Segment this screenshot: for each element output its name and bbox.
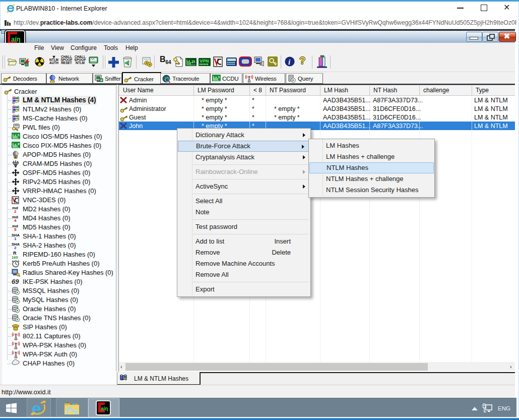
svg-text:aíη: aíη [11,35,21,43]
svg-text:69: 69 [12,278,19,285]
svg-text:aiη: aiη [101,406,108,411]
svg-text:VPN: VPN [200,58,209,64]
svg-text:P: P [18,143,20,146]
svg-text:2: 2 [14,246,17,250]
svg-text:160: 160 [12,255,18,259]
svg-text:Zl: Zl [191,59,195,64]
svg-text:4: 4 [14,218,17,222]
svg-text:2: 2 [14,209,17,213]
svg-text:5: 5 [14,227,17,231]
svg-text:1: 1 [14,236,17,241]
